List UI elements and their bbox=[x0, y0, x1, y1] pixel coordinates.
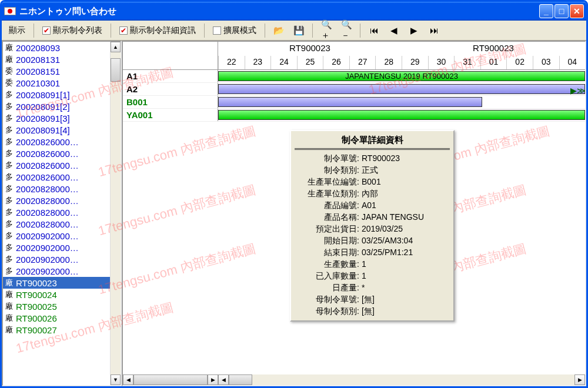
day-header: 27 bbox=[349, 56, 376, 69]
gantt-hscroll[interactable]: ◀ ▶ bbox=[218, 374, 585, 385]
order-list[interactable]: 廠200208093廠200208131委200208151委200210301… bbox=[3, 42, 110, 385]
titlebar: ニホントゥソ問い合わせ _ □ ✕ bbox=[2, 2, 586, 21]
list-item[interactable]: 廠RT900026 bbox=[3, 312, 110, 324]
list-item[interactable]: 廠200208131 bbox=[3, 53, 110, 65]
scroll-thumb[interactable] bbox=[229, 374, 252, 385]
detail-row: 日產量:* bbox=[295, 282, 450, 293]
gantt-header-groups: RT900023 RT900023 bbox=[123, 42, 585, 56]
gantt-row: A2▶≫ bbox=[123, 83, 585, 96]
list-item[interactable]: 多20020826000… bbox=[3, 159, 110, 171]
list-item[interactable]: 多20020902000… bbox=[3, 253, 110, 265]
show-button[interactable]: 顯示 bbox=[5, 24, 29, 38]
list-item[interactable]: 多20020902000… bbox=[3, 265, 110, 277]
gantt-bar[interactable] bbox=[218, 97, 482, 107]
list-item[interactable]: 多20020902000… bbox=[3, 242, 110, 253]
list-item[interactable]: 多20020902000… bbox=[3, 230, 110, 242]
list-item[interactable]: 廠200208093 bbox=[3, 42, 110, 53]
scroll-left-button[interactable]: ◀ bbox=[123, 374, 133, 385]
show-order-detail-toggle[interactable]: ✔顯示制令詳細資訊 bbox=[116, 24, 199, 38]
window-title: ニホントゥソ問い合わせ bbox=[19, 6, 116, 17]
detail-row: 制令單號:RT900023 bbox=[295, 152, 450, 164]
list-item[interactable]: 多20020828000… bbox=[3, 206, 110, 218]
zoom-in-button[interactable]: 🔍＋ bbox=[318, 24, 335, 38]
first-icon: ⏮ bbox=[369, 25, 379, 36]
list-item[interactable]: 多20020828000… bbox=[3, 195, 110, 206]
scroll-up-button[interactable]: ▲ bbox=[111, 42, 121, 52]
list-item[interactable]: 多20020828000… bbox=[3, 218, 110, 230]
zoom-out-button[interactable]: 🔍－ bbox=[338, 24, 355, 38]
sidebar-scrollbar[interactable]: ▲ ▼ bbox=[110, 42, 121, 385]
scroll-thumb[interactable] bbox=[133, 374, 208, 385]
list-item[interactable]: 多200208091[2] bbox=[3, 101, 110, 112]
detail-row: 產品名稱:JAPAN TENGSU bbox=[295, 211, 450, 223]
gantt-row-label: A1 bbox=[123, 70, 218, 82]
gantt-bar[interactable] bbox=[218, 110, 585, 120]
day-header: 22 bbox=[218, 56, 245, 69]
order-list-sidebar: 廠200208093廠200208131委200208151委200210301… bbox=[2, 41, 122, 386]
list-item[interactable]: 廠RT900024 bbox=[3, 289, 110, 300]
app-window: ニホントゥソ問い合わせ _ □ ✕ 顯示 ✔顯示制令列表 ✔顯示制令詳細資訊 擴… bbox=[0, 0, 588, 388]
open-button[interactable]: 📂 bbox=[270, 24, 288, 38]
scroll-right-button[interactable]: ▶ bbox=[574, 374, 585, 385]
scroll-down-button[interactable]: ▼ bbox=[111, 374, 121, 385]
list-item[interactable]: 多20020826000… bbox=[3, 148, 110, 159]
day-header: 04 bbox=[559, 56, 586, 69]
expand-mode-toggle[interactable]: 擴展模式 bbox=[209, 24, 260, 38]
detail-row: 制令類別:正式 bbox=[295, 164, 450, 176]
list-item[interactable]: 多20020828000… bbox=[3, 183, 110, 195]
scroll-right-button[interactable]: ▶ bbox=[208, 374, 218, 385]
show-order-list-toggle[interactable]: ✔顯示制令列表 bbox=[39, 24, 106, 38]
minimize-button[interactable]: _ bbox=[539, 4, 553, 18]
header-group-right: RT900023 bbox=[402, 42, 585, 56]
last-icon: ⏭ bbox=[429, 25, 439, 36]
gantt-header-days: 2223242526272829303101020304 bbox=[123, 56, 585, 70]
first-button[interactable]: ⏮ bbox=[365, 24, 383, 38]
list-item[interactable]: 多20020826000… bbox=[3, 136, 110, 148]
gantt-row-label: B001 bbox=[123, 96, 218, 108]
list-item[interactable]: 多200208091[1] bbox=[3, 89, 110, 101]
folder-open-icon: 📂 bbox=[273, 25, 284, 36]
prev-button[interactable]: ◀ bbox=[385, 24, 403, 38]
detail-row: 已入庫數量:1 bbox=[295, 270, 450, 282]
gantt-row: A1JAPANTENGSU 2019 RT900023 bbox=[123, 70, 585, 83]
save-icon: 💾 bbox=[293, 25, 304, 36]
gantt-rows: A1JAPANTENGSU 2019 RT900023A2▶≫B001YA001 bbox=[123, 70, 585, 122]
next-icon: ▶ bbox=[409, 25, 419, 36]
gantt-bar[interactable]: JAPANTENGSU 2019 RT900023 bbox=[218, 71, 585, 81]
gantt-row-label: YA001 bbox=[123, 109, 218, 121]
gantt-row: B001 bbox=[123, 96, 585, 109]
list-item[interactable]: 廠RT900023 bbox=[3, 277, 110, 289]
zoom-out-icon: 🔍－ bbox=[341, 25, 352, 36]
next-button[interactable]: ▶ bbox=[405, 24, 423, 38]
day-header: 01 bbox=[480, 56, 507, 69]
day-header: 02 bbox=[506, 56, 533, 69]
day-header: 31 bbox=[454, 56, 480, 69]
maximize-button[interactable]: □ bbox=[554, 4, 569, 18]
detail-row: 母制令單號:[無] bbox=[295, 293, 450, 305]
scroll-thumb[interactable] bbox=[111, 58, 121, 82]
check-icon: ✔ bbox=[42, 26, 51, 35]
detail-row: 結束日期:03/25/PM1:21 bbox=[295, 246, 450, 258]
close-button[interactable]: ✕ bbox=[570, 4, 584, 18]
detail-row: 開始日期:03/25/AM3:04 bbox=[295, 235, 450, 246]
toolbar: 顯示 ✔顯示制令列表 ✔顯示制令詳細資訊 擴展模式 📂 💾 🔍＋ 🔍－ ⏮ ◀ … bbox=[2, 21, 586, 41]
day-header: 25 bbox=[297, 56, 323, 69]
scroll-left-button[interactable]: ◀ bbox=[218, 374, 229, 385]
japan-flag-icon bbox=[4, 7, 16, 15]
last-button[interactable]: ⏭ bbox=[425, 24, 443, 38]
save-button[interactable]: 💾 bbox=[290, 24, 308, 38]
header-group-left: RT900023 bbox=[218, 42, 402, 56]
day-header: 24 bbox=[270, 56, 297, 69]
list-item[interactable]: 多20020826000… bbox=[3, 171, 110, 183]
list-item[interactable]: 委200208151 bbox=[3, 65, 110, 77]
list-item[interactable]: 廠RT900025 bbox=[3, 300, 110, 312]
list-item[interactable]: 多200208091[3] bbox=[3, 112, 110, 124]
gantt-row: YA001 bbox=[123, 109, 585, 122]
list-item[interactable]: 廠RT900027 bbox=[3, 324, 110, 336]
day-header: 30 bbox=[428, 56, 455, 69]
day-header: 26 bbox=[323, 56, 349, 69]
list-item[interactable]: 委200210301 bbox=[3, 77, 110, 89]
rowlabel-hscroll[interactable]: ◀ ▶ bbox=[123, 374, 218, 385]
list-item[interactable]: 多200208091[4] bbox=[3, 124, 110, 136]
gantt-bar[interactable]: ▶≫ bbox=[218, 84, 585, 94]
